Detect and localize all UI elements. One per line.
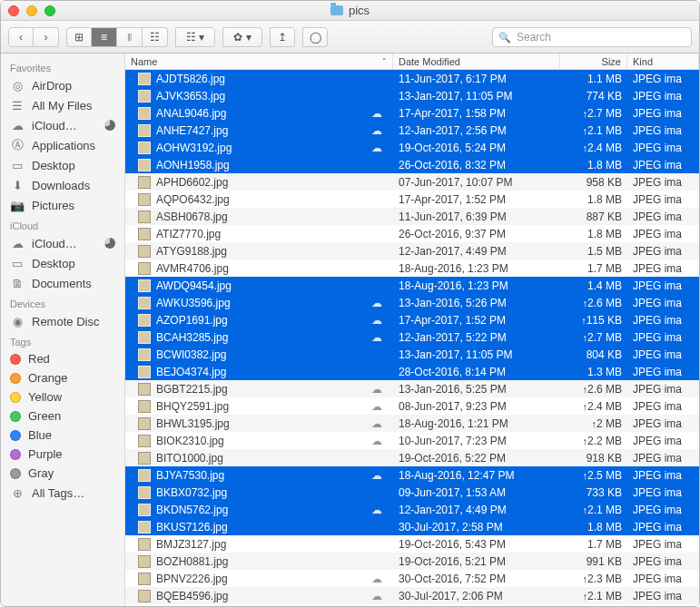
file-row[interactable]: BPNV2226.jpg☁30-Oct-2016, 7:52 PM↑ 2.3 M… — [125, 570, 699, 587]
file-size: 2.4 MB — [587, 142, 622, 154]
file-row[interactable]: ASBH0678.jpg11-Jun-2017, 6:39 PM 887 KBJ… — [125, 208, 699, 225]
file-kind: JPEG ima — [627, 486, 699, 499]
sidebar-item-pictures[interactable]: 📷Pictures — [1, 195, 124, 215]
file-date: 18-Aug-2016, 1:21 PM — [393, 417, 560, 430]
sidebar-tag-yellow[interactable]: Yellow — [1, 387, 124, 406]
sidebar-tag-orange[interactable]: Orange — [1, 368, 124, 387]
file-row[interactable]: AOHW3192.jpg☁19-Oct-2016, 5:24 PM↑ 2.4 M… — [125, 139, 699, 156]
file-name: BMJZ3127.jpg — [156, 538, 360, 551]
file-row[interactable]: AQPO6432.jpg17-Apr-2017, 1:52 PM 1.8 MBJ… — [125, 191, 699, 208]
file-date: 12-Jan-2017, 5:22 PM — [393, 331, 560, 344]
file-size: 958 KB — [587, 176, 622, 189]
file-row[interactable]: AVMR4706.jpg18-Aug-2016, 1:23 PM 1.7 MBJ… — [125, 259, 699, 277]
file-row[interactable]: BOZH0881.jpg19-Oct-2016, 5:21 PM 991 KBJ… — [125, 553, 699, 570]
sidebar-tag-blue[interactable]: Blue — [1, 426, 124, 445]
file-name: ANAL9046.jpg — [156, 107, 360, 120]
file-date: 12-Jan-2017, 4:49 PM — [393, 504, 560, 516]
file-row[interactable]: BKBX0732.jpg09-Jun-2017, 1:53 AM 733 KBJ… — [125, 484, 699, 501]
file-list[interactable]: AJDT5826.jpg11-Jun-2017, 6:17 PM 1.1 MBJ… — [125, 70, 699, 606]
sidebar-item-applications[interactable]: ⒶApplications — [1, 135, 124, 155]
file-thumbnail-icon — [138, 262, 151, 275]
action-menu[interactable]: ✿ ▾ — [222, 27, 262, 47]
file-date: 19-Oct-2016, 5:24 PM — [393, 142, 560, 154]
sidebar-tag-purple[interactable]: Purple — [1, 445, 124, 464]
cloud-icon: ☁ — [366, 590, 388, 602]
column-size[interactable]: Size — [560, 54, 627, 69]
sidebar-item-documents[interactable]: 🗎Documents — [1, 273, 124, 293]
file-row[interactable]: BITO1000.jpg19-Oct-2016, 5:22 PM 918 KBJ… — [125, 449, 699, 466]
file-row[interactable]: BMJZ3127.jpg19-Oct-2016, 5:43 PM 1.7 MBJ… — [125, 535, 699, 553]
tags-button[interactable]: ◯ — [302, 27, 328, 47]
sidebar-item-desktop[interactable]: ▭Desktop — [1, 253, 124, 273]
file-row[interactable]: BCWI0382.jpg13-Jan-2017, 11:05 PM 804 KB… — [125, 346, 699, 363]
file-row[interactable]: BCAH3285.jpg☁12-Jan-2017, 5:22 PM↑ 2.7 M… — [125, 328, 699, 346]
sidebar-icon: ⬇ — [10, 178, 25, 192]
file-row[interactable]: ATYG9188.jpg12-Jan-2017, 4:49 PM 1.5 MBJ… — [125, 242, 699, 259]
sidebar-label: Applications — [32, 139, 95, 152]
file-row[interactable]: ANAL9046.jpg☁17-Apr-2017, 1:58 PM↑ 2.7 M… — [125, 104, 699, 122]
sidebar-tag-green[interactable]: Green — [1, 406, 124, 426]
close-button[interactable] — [8, 5, 19, 16]
file-row[interactable]: AJVK3653.jpg13-Jan-2017, 11:05 PM 774 KB… — [125, 87, 699, 104]
file-row[interactable]: BQEB4596.jpg☁30-Jul-2017, 2:06 PM↑ 2.1 M… — [125, 587, 699, 604]
file-thumbnail-icon — [138, 73, 151, 85]
sidebar-label: iCloud… — [32, 237, 77, 250]
view-icons-button[interactable]: ⊞ — [66, 27, 92, 47]
back-button[interactable]: ‹ — [8, 27, 34, 47]
file-row[interactable]: BJYA7530.jpg☁18-Aug-2016, 12:47 PM↑ 2.5 … — [125, 466, 699, 484]
file-row[interactable]: BHQY2591.jpg☁08-Jun-2017, 9:23 PM↑ 2.4 M… — [125, 397, 699, 415]
file-row[interactable]: BGBT2215.jpg☁13-Jan-2016, 5:25 PM↑ 2.6 M… — [125, 380, 699, 397]
sidebar-item-downloads[interactable]: ⬇Downloads — [1, 175, 124, 195]
view-coverflow-button[interactable]: ☷ — [143, 27, 168, 47]
sidebar-label: Documents — [32, 277, 92, 290]
file-kind: JPEG ima — [627, 504, 699, 516]
forward-button[interactable]: › — [34, 27, 59, 47]
file-thumbnail-icon — [138, 314, 151, 327]
file-row[interactable]: BIOK2310.jpg☁10-Jun-2017, 7:23 PM↑ 2.2 M… — [125, 432, 699, 449]
file-row[interactable]: ANHE7427.jpg☁12-Jan-2017, 2:56 PM↑ 2.1 M… — [125, 122, 699, 139]
file-row[interactable]: ATIZ7770.jpg26-Oct-2016, 9:37 PM 1.8 MBJ… — [125, 225, 699, 242]
file-row[interactable]: AWKU3596.jpg☁13-Jan-2016, 5:26 PM↑ 2.6 M… — [125, 294, 699, 311]
tag-label: All Tags… — [32, 486, 84, 500]
sidebar-tag-red[interactable]: Red — [1, 349, 124, 368]
sidebar-item-desktop[interactable]: ▭Desktop — [1, 155, 124, 175]
sidebar-item-airdrop[interactable]: ◎AirDrop — [1, 75, 124, 95]
share-button[interactable]: ↥ — [270, 27, 295, 47]
column-kind[interactable]: Kind — [627, 54, 699, 69]
column-date-modified[interactable]: Date Modified — [393, 54, 560, 69]
column-headers: Name˄ Date Modified Size Kind — [125, 54, 699, 70]
upload-arrow-icon: ↑ — [573, 591, 587, 602]
file-kind: JPEG ima — [627, 279, 699, 292]
file-row[interactable]: AZOP1691.jpg☁17-Apr-2017, 1:52 PM↑ 115 K… — [125, 311, 699, 328]
sidebar-item-remote-disc[interactable]: ◉Remote Disc — [1, 311, 124, 331]
file-row[interactable]: BEJO4374.jpg28-Oct-2016, 8:14 PM 1.3 MBJ… — [125, 363, 699, 380]
file-thumbnail-icon — [138, 538, 151, 551]
sidebar-item-all-my-files[interactable]: ☰All My Files — [1, 95, 124, 115]
sidebar-item-icloud-[interactable]: ☁iCloud… — [1, 233, 124, 253]
file-row[interactable]: AJDT5826.jpg11-Jun-2017, 6:17 PM 1.1 MBJ… — [125, 70, 699, 87]
file-row[interactable]: AWDQ9454.jpg18-Aug-2016, 1:23 PM 1.4 MBJ… — [125, 277, 699, 294]
file-name: AQPO6432.jpg — [156, 193, 360, 206]
file-row[interactable]: BKDN5762.jpg☁12-Jan-2017, 4:49 PM↑ 2.1 M… — [125, 501, 699, 518]
sidebar-tag-gray[interactable]: Gray — [1, 464, 124, 483]
sidebar-item-icloud-[interactable]: ☁iCloud… — [1, 115, 124, 135]
file-kind: JPEG ima — [627, 193, 699, 206]
upload-arrow-icon: ↑ — [573, 504, 587, 515]
file-row[interactable]: BHWL3195.jpg☁18-Aug-2016, 1:21 PM↑ 2 MBJ… — [125, 415, 699, 432]
search-input[interactable]: Search — [492, 27, 692, 47]
arrange-menu[interactable]: ☷ ▾ — [175, 27, 215, 47]
file-kind: JPEG ima — [627, 314, 699, 327]
file-row[interactable]: APHD6602.jpg07-Jun-2017, 10:07 PM 958 KB… — [125, 173, 699, 191]
file-row[interactable]: BKUS7126.jpg30-Jul-2017, 2:58 PM 1.8 MBJ… — [125, 518, 699, 535]
sidebar-tag-all-tags-[interactable]: ⊕All Tags… — [1, 483, 124, 503]
minimize-button[interactable] — [26, 5, 37, 16]
column-name[interactable]: Name˄ — [125, 54, 393, 69]
cloud-icon: ☁ — [366, 469, 388, 482]
view-list-button[interactable]: ≡ — [92, 27, 117, 47]
sidebar-icon: ☰ — [10, 98, 25, 113]
tag-dot-icon — [10, 411, 21, 422]
file-row[interactable]: AONH1958.jpg26-Oct-2016, 8:32 PM 1.8 MBJ… — [125, 156, 699, 173]
view-columns-button[interactable]: ⫴ — [117, 27, 143, 47]
file-kind: JPEG ima — [627, 348, 699, 361]
maximize-button[interactable] — [44, 5, 55, 16]
